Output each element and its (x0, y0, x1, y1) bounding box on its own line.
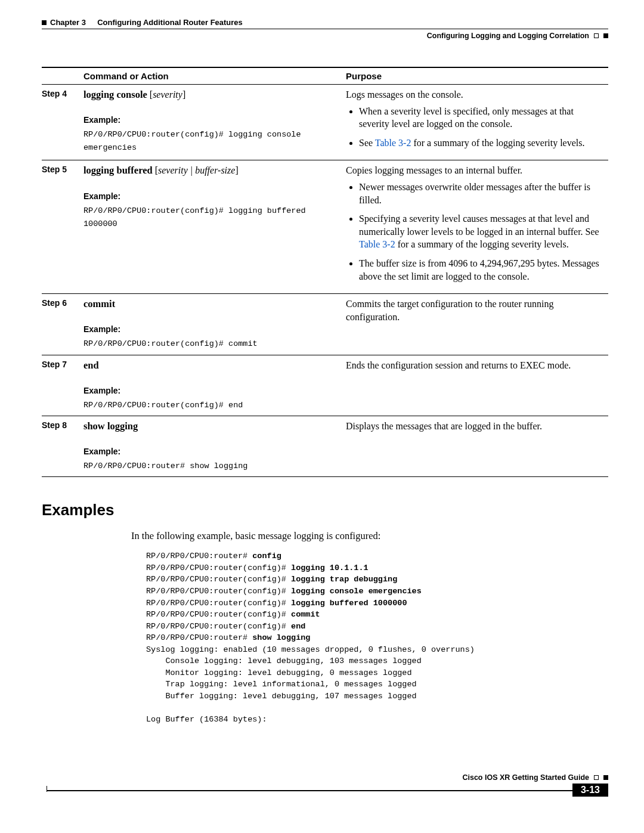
page-footer: Cisco IOS XR Getting Started Guide 3-13 (42, 773, 608, 797)
table-row: Step 8show loggingExample:RP/0/RP0/CPU0:… (42, 416, 608, 476)
purpose-cell: Logs messages on the console.When a seve… (346, 85, 608, 160)
table-row: Step 7endExample:RP/0/RP0/CPU0:router(co… (42, 355, 608, 416)
chapter-title: Configuring Additional Router Features (97, 18, 243, 27)
page-number: 3-13 (572, 784, 608, 797)
examples-heading: Examples (42, 501, 608, 519)
col-purpose-header: Purpose (346, 67, 608, 85)
purpose-cell: Ends the configuration session and retur… (346, 355, 608, 416)
purpose-cell: Displays the messages that are logged in… (346, 416, 608, 476)
command-cell: endExample:RP/0/RP0/CPU0:router(config)#… (83, 355, 346, 416)
step-label: Step 7 (42, 355, 83, 416)
step-label: Step 4 (42, 85, 83, 160)
purpose-cell: Commits the target configuration to the … (346, 294, 608, 355)
document-page: Chapter 3 Configuring Additional Router … (0, 0, 644, 809)
table-row: Step 5logging buffered [severity | buffe… (42, 160, 608, 294)
command-cell: show loggingExample:RP/0/RP0/CPU0:router… (83, 416, 346, 476)
chapter-label: Chapter 3 (50, 18, 86, 27)
square-icon (603, 775, 608, 780)
step-label: Step 6 (42, 294, 83, 355)
square-outline-icon (594, 33, 599, 38)
command-cell: logging console [severity]Example:RP/0/R… (83, 85, 346, 160)
command-cell: logging buffered [severity | buffer-size… (83, 160, 346, 294)
footer-guide: Cisco IOS XR Getting Started Guide (462, 773, 589, 782)
examples-intro: In the following example, basic message … (131, 530, 608, 542)
command-cell: commitExample:RP/0/RP0/CPU0:router(confi… (83, 294, 346, 355)
purpose-cell: Copies logging messages to an internal b… (346, 160, 608, 294)
table-ref-link[interactable]: Table 3-2 (375, 138, 411, 148)
table-ref-link[interactable]: Table 3-2 (359, 239, 395, 249)
table-row: Step 6commitExample:RP/0/RP0/CPU0:router… (42, 294, 608, 355)
col-command-header: Command or Action (83, 67, 346, 85)
square-icon (603, 33, 608, 38)
step-label: Step 8 (42, 416, 83, 476)
step-label: Step 5 (42, 160, 83, 294)
page-header: Chapter 3 Configuring Additional Router … (42, 18, 608, 27)
square-icon (42, 20, 47, 25)
example-code-block: RP/0/RP0/CPU0:router# config RP/0/RP0/CP… (146, 550, 608, 725)
table-row: Step 4logging console [severity]Example:… (42, 85, 608, 160)
square-outline-icon (594, 775, 599, 780)
section-title: Configuring Logging and Logging Correlat… (427, 32, 589, 40)
steps-table: Command or Action Purpose Step 4logging … (42, 67, 608, 477)
